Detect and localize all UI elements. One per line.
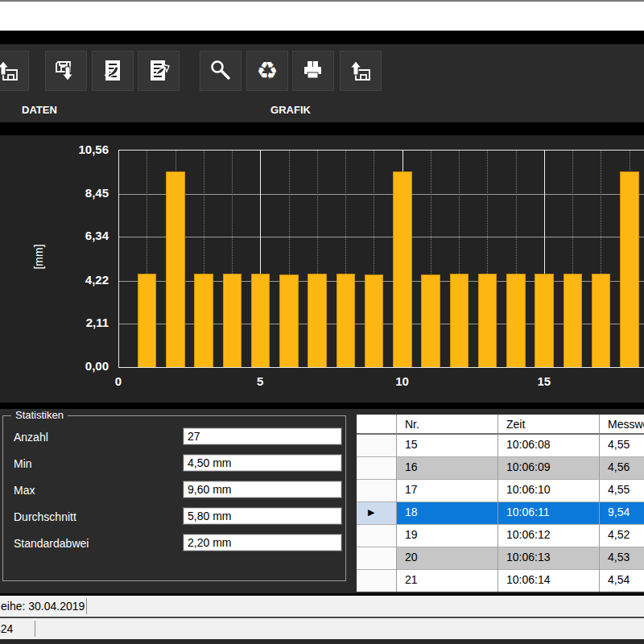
bar bbox=[478, 274, 497, 367]
stat-value-field[interactable] bbox=[184, 535, 341, 551]
table-row[interactable]: 2110:06:144,54 bbox=[357, 570, 644, 592]
document-arrow-in-icon bbox=[99, 57, 126, 85]
x-tick-label: 0 bbox=[101, 374, 136, 389]
bar bbox=[564, 274, 583, 367]
status-series-date: eihe: 30.04.2019 bbox=[1, 600, 85, 613]
stat-value-field[interactable] bbox=[184, 508, 341, 524]
cell-zeit: 10:06:13 bbox=[498, 547, 600, 570]
row-selection-marker-icon: ▶ bbox=[357, 502, 397, 525]
print-graph-button[interactable] bbox=[292, 51, 334, 91]
bar bbox=[166, 171, 185, 367]
divider-strip bbox=[0, 402, 644, 409]
measurement-bar-chart: [mm] 0,002,114,226,348,4510,56051015 bbox=[0, 135, 644, 402]
status-count: 424 bbox=[0, 622, 13, 635]
stat-value-field[interactable] bbox=[184, 481, 341, 497]
stat-label: Standardabwei bbox=[14, 537, 89, 550]
cell-zeit: 10:06:09 bbox=[498, 457, 600, 480]
column-header[interactable] bbox=[357, 415, 397, 435]
stat-label: Max bbox=[14, 484, 35, 497]
recycle-icon: ♻ bbox=[257, 59, 279, 83]
row-header-cell bbox=[357, 570, 397, 592]
table-header-row: Nr.ZeitMesswert bbox=[357, 415, 644, 435]
stat-label: Durchschnitt bbox=[14, 510, 76, 523]
column-header[interactable]: Messwert bbox=[600, 415, 644, 435]
load-data-button[interactable] bbox=[0, 51, 29, 91]
refresh-graph-button[interactable]: ♻ bbox=[246, 51, 288, 91]
cell-nr: 17 bbox=[397, 480, 498, 502]
stat-row: Anzahl bbox=[3, 428, 345, 446]
toolbar-group-label-daten: DATEN bbox=[0, 101, 179, 118]
magnifier-icon bbox=[207, 57, 234, 85]
cell-nr: 15 bbox=[397, 435, 498, 457]
row-header-cell bbox=[357, 457, 397, 480]
bar bbox=[308, 274, 327, 367]
y-tick-label: 2,11 bbox=[36, 316, 109, 330]
statistics-groupbox: Statistiken AnzahlMinMaxDurchschnittStan… bbox=[2, 415, 346, 581]
bar bbox=[421, 275, 440, 367]
statistics-groupbox-title: Statistiken bbox=[11, 409, 68, 421]
zoom-graph-button[interactable] bbox=[200, 51, 242, 91]
stat-label: Anzahl bbox=[14, 431, 48, 444]
toolbar-group-label-grafik: GRAFIK bbox=[201, 101, 380, 118]
cell-messwert: 4,55 bbox=[600, 480, 644, 502]
y-tick-label: 10,56 bbox=[36, 142, 109, 157]
row-header-cell bbox=[357, 547, 397, 570]
grafik-label: GRAFIK bbox=[270, 104, 311, 116]
cell-messwert: 9,54 bbox=[600, 502, 644, 525]
table-row[interactable]: 1910:06:124,52 bbox=[357, 525, 644, 547]
bar bbox=[393, 171, 412, 367]
cell-zeit: 10:06:12 bbox=[498, 525, 600, 547]
stat-row: Min bbox=[3, 455, 345, 473]
status-bar-top: eihe: 30.04.2019 bbox=[0, 596, 644, 617]
table-row[interactable]: 2010:06:134,53 bbox=[357, 547, 644, 570]
bar bbox=[620, 171, 639, 367]
status-bar-bottom: 424 bbox=[0, 618, 644, 639]
save-graph-button[interactable] bbox=[340, 51, 382, 91]
status-separator bbox=[86, 598, 87, 614]
cell-zeit: 10:06:08 bbox=[498, 435, 600, 457]
y-tick-label: 4,22 bbox=[36, 273, 109, 287]
import-data-button[interactable] bbox=[92, 51, 134, 91]
table-row-selected[interactable]: ▶1810:06:119,54 bbox=[357, 502, 644, 525]
top-black-band bbox=[0, 31, 644, 44]
table-row[interactable]: 1610:06:094,56 bbox=[357, 457, 644, 480]
printer-icon bbox=[299, 57, 327, 85]
column-header[interactable]: Zeit bbox=[498, 415, 600, 435]
top-white-band bbox=[0, 2, 644, 31]
bar bbox=[194, 274, 213, 367]
x-tick-label: 15 bbox=[526, 374, 562, 389]
row-header-cell bbox=[357, 480, 397, 502]
cell-messwert: 4,52 bbox=[600, 525, 644, 547]
cell-zeit: 10:06:10 bbox=[498, 480, 600, 502]
stat-value-field[interactable] bbox=[184, 455, 341, 471]
table-row[interactable]: 1710:06:104,55 bbox=[357, 480, 644, 502]
y-tick-label: 6,34 bbox=[36, 229, 109, 243]
bottom-edge-strip bbox=[0, 639, 644, 644]
bar bbox=[450, 274, 469, 367]
bar bbox=[592, 274, 611, 367]
bar bbox=[138, 274, 157, 367]
cell-nr: 19 bbox=[397, 525, 498, 547]
bar bbox=[336, 274, 356, 367]
column-header[interactable]: Nr. bbox=[397, 415, 498, 435]
bar bbox=[535, 274, 554, 367]
bar bbox=[251, 274, 270, 367]
stat-row: Standardabwei bbox=[3, 535, 345, 552]
lower-panels: Statistiken AnzahlMinMaxDurchschnittStan… bbox=[0, 409, 644, 593]
h-gridline bbox=[119, 237, 644, 237]
measurement-table[interactable]: Nr.ZeitMesswert1510:06:084,551610:06:094… bbox=[357, 415, 644, 592]
stat-row: Max bbox=[3, 481, 345, 499]
bar bbox=[506, 274, 526, 367]
cell-messwert: 4,53 bbox=[600, 547, 644, 570]
table-row[interactable]: 1510:06:084,55 bbox=[357, 435, 644, 457]
cell-messwert: 4,56 bbox=[600, 457, 644, 480]
stat-value-field[interactable] bbox=[184, 428, 341, 444]
save-data-button[interactable] bbox=[45, 51, 87, 91]
export-data-button[interactable] bbox=[138, 51, 180, 91]
y-tick-label: 8,45 bbox=[36, 186, 109, 200]
daten-label: DATEN bbox=[22, 104, 57, 116]
status-separator bbox=[35, 621, 35, 637]
plot-area bbox=[118, 150, 644, 368]
floppy-arrow-up-icon bbox=[0, 57, 22, 85]
bar bbox=[365, 275, 384, 367]
